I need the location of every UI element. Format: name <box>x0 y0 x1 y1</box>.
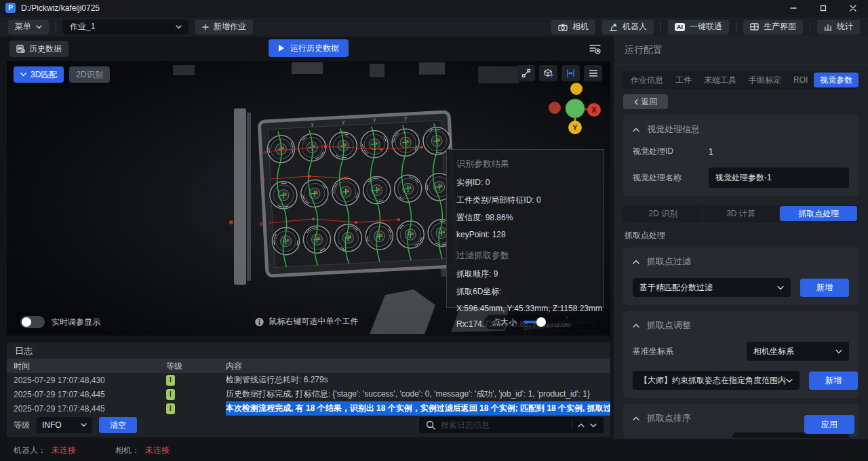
window-title: D:/Pickwiz/kafeiji0725 <box>21 3 100 13</box>
camera-button[interactable]: 相机 <box>551 20 595 35</box>
stage-tab-3d[interactable]: 3D 计算 <box>703 206 781 221</box>
close-button[interactable] <box>838 0 868 16</box>
chevron-left-icon <box>634 99 638 105</box>
fit-view-button[interactable] <box>561 65 580 81</box>
point-size-control: 点大小 <box>484 315 604 329</box>
slider-knob[interactable] <box>536 317 546 327</box>
tab-end-tool[interactable]: 末端工具 <box>698 73 743 87</box>
log-search-input[interactable] <box>441 420 566 430</box>
gizmo-neg-x-handle[interactable] <box>549 102 561 114</box>
3d-viewport[interactable]: y y y y -x -x -x <box>7 61 610 336</box>
search-prev-icon[interactable] <box>578 423 585 428</box>
log-search-box <box>419 417 604 433</box>
production-ui-button[interactable]: 生产界面 <box>743 20 803 35</box>
log-level-badge: I <box>166 375 175 386</box>
run-history-button[interactable]: 运行历史数据 <box>269 39 349 57</box>
tab-hand-eye-calib[interactable]: 手眼标定 <box>743 73 787 87</box>
measure-button[interactable] <box>517 65 535 81</box>
log-controls: 等级 INFO 清空 <box>14 416 604 434</box>
grasp-filter-select[interactable]: 基于精匹配分数过滤 <box>633 278 791 297</box>
layers-menu-button[interactable] <box>584 65 602 81</box>
log-header-row: 时间 等级 内容 <box>7 359 610 373</box>
gizmo-z-handle[interactable] <box>566 99 585 118</box>
log-row[interactable]: 2025-07-29 17:07:48,430 I 检测管线运行总耗时: 6.2… <box>7 373 610 387</box>
menubar-right: 相机 机器人 AI 一键联通 生产界面 统计 <box>551 20 860 35</box>
divider <box>810 22 810 32</box>
robot-button[interactable]: 机器人 <box>602 20 654 35</box>
base-frame-value: 相机坐标系 <box>753 346 794 357</box>
gizmo-x-label: X <box>591 106 597 114</box>
vision-info-header[interactable]: 视觉处理信息 <box>633 123 849 136</box>
history-data-button[interactable]: 历史数据 <box>9 41 68 57</box>
tab-job-info[interactable]: 作业信息 <box>625 73 669 87</box>
chevron-down-icon <box>786 378 793 383</box>
add-job-button[interactable]: 新增作业 <box>195 20 253 35</box>
scene-y-label: y <box>373 116 376 122</box>
minimize-button[interactable] <box>778 0 808 16</box>
bar-chart-icon <box>824 23 832 31</box>
point-size-slider[interactable] <box>524 321 595 323</box>
gizmo-neg-y-handle[interactable] <box>570 83 583 95</box>
titlebar: P D:/Pickwiz/kafeiji0725 <box>0 0 868 16</box>
log-content: 本次检测流程完成, 有 18 个结果，识别出 18 个实例，实例过滤后返回 18… <box>226 401 610 416</box>
axis-gizmo[interactable]: X Y <box>547 81 604 138</box>
clear-log-button[interactable]: 清空 <box>99 417 137 433</box>
add-filter-button[interactable]: 新增 <box>800 279 849 297</box>
search-icon <box>426 420 435 430</box>
log-level-badge: I <box>166 389 175 400</box>
log-title: 日志 <box>7 342 610 359</box>
grasp-adjust-header[interactable]: 抓取点调整 <box>633 319 849 332</box>
measure-icon <box>521 68 531 78</box>
recognition-result-title: 识别参数结果 <box>456 158 594 170</box>
divider <box>56 22 56 32</box>
tab-vision-params[interactable]: 视觉参数 <box>814 73 859 87</box>
maximize-button[interactable] <box>808 0 838 16</box>
stage-tab-2d[interactable]: 2D 识别 <box>625 206 703 221</box>
tab-3d-match[interactable]: 3D匹配 <box>14 66 64 83</box>
grasp-adjust-select[interactable]: 【大师】约束抓取姿态在指定角度范围内 <box>633 371 800 390</box>
log-row[interactable]: 2025-07-29 17:07:48,445 I 历史数据打标完成, 打标信息… <box>7 387 610 401</box>
base-frame-label: 基准坐标系 <box>633 346 747 357</box>
divider <box>736 22 736 32</box>
scene-x-label: -x <box>258 220 263 227</box>
back-button[interactable]: 返回 <box>623 94 668 109</box>
base-frame-select[interactable]: 相机坐标系 <box>747 342 849 361</box>
viewport-tabs: 3D匹配 2D识别 <box>14 66 110 83</box>
search-next-icon[interactable] <box>590 423 597 428</box>
add-model-button[interactable] <box>539 65 557 81</box>
ai-link-button[interactable]: AI 一键联通 <box>668 20 729 35</box>
vision-name-label: 视觉处理名称 <box>633 172 709 184</box>
log-row-selected[interactable]: 2025-07-29 17:07:48,445 I 本次检测流程完成, 有 18… <box>7 401 610 416</box>
grid-icon <box>750 23 759 31</box>
log-level-badge: I <box>166 403 175 414</box>
tab-roi[interactable]: ROI <box>787 73 814 87</box>
divider <box>572 420 572 430</box>
grasp-filter-header[interactable]: 抓取点过滤 <box>633 256 849 268</box>
display-settings-button[interactable] <box>586 41 605 57</box>
chevron-up-icon <box>633 260 639 264</box>
production-ui-label: 生产界面 <box>764 21 796 33</box>
log-time: 2025-07-29 17:07:48,445 <box>7 404 166 414</box>
scene-y-label: y <box>311 121 313 127</box>
statistics-button[interactable]: 统计 <box>817 20 860 35</box>
job-select[interactable]: 作业_1 <box>63 20 189 35</box>
apply-button[interactable]: 应用 <box>804 415 854 434</box>
stage-tab-grasp[interactable]: 抓取点处理 <box>780 206 857 221</box>
grasp-adjust-select-value: 【大师】约束抓取姿态在指定角度范围内 <box>639 375 786 386</box>
app-logo: P <box>5 3 16 13</box>
menu-button[interactable]: 菜单 <box>8 20 49 35</box>
log-level-select[interactable]: INFO <box>37 417 92 433</box>
tab-workpiece[interactable]: 工件 <box>669 73 698 87</box>
add-job-label: 新增作业 <box>214 21 246 33</box>
realtime-toggle-label: 实时调参显示 <box>52 317 100 328</box>
add-adjust-button[interactable]: 新增 <box>809 372 858 390</box>
view-settings-icon <box>589 43 601 55</box>
chevron-down-icon <box>20 73 26 77</box>
tab-2d-recognition[interactable]: 2D识别 <box>69 66 109 83</box>
robot-arm-icon <box>609 23 618 31</box>
chevron-up-icon <box>633 416 639 421</box>
realtime-toggle[interactable] <box>20 316 45 328</box>
vision-name-input[interactable]: 视觉处理参数-1 <box>709 167 849 188</box>
robot-status-value: 未连接 <box>52 445 76 456</box>
statusbar: 机器人： 未连接 相机： 未连接 <box>0 439 868 461</box>
